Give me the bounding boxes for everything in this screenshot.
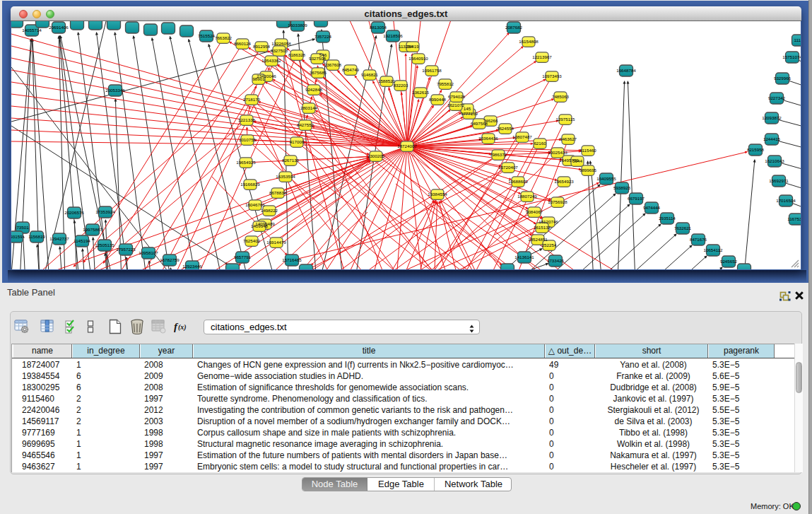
svg-text:9084067: 9084067 <box>526 209 543 214</box>
svg-text:14055714: 14055714 <box>22 28 42 33</box>
svg-text:19654925: 19654925 <box>236 160 256 165</box>
svg-text:1167533: 1167533 <box>787 216 801 221</box>
svg-text:18724007: 18724007 <box>397 144 417 148</box>
svg-text:2087682: 2087682 <box>505 25 523 30</box>
svg-text:20691406: 20691406 <box>49 25 69 30</box>
svg-text:15692971: 15692971 <box>769 178 789 183</box>
svg-text:7485063: 7485063 <box>552 94 570 99</box>
svg-text:9146821: 9146821 <box>361 72 379 77</box>
svg-text:7625402: 7625402 <box>243 238 261 243</box>
svg-text:10958107: 10958107 <box>139 250 158 255</box>
svg-text:12975115: 12975115 <box>555 117 575 122</box>
svg-text:7955812: 7955812 <box>437 81 454 86</box>
svg-text:12093872: 12093872 <box>762 115 782 120</box>
svg-text:10961758: 10961758 <box>422 68 442 73</box>
svg-text:16648784: 16648784 <box>616 68 636 73</box>
svg-text:8912954: 8912954 <box>253 44 271 49</box>
svg-text:10688609: 10688609 <box>508 179 528 184</box>
svg-text:252254: 252254 <box>542 243 557 247</box>
svg-text:2803144: 2803144 <box>300 105 318 110</box>
svg-text:1615132: 1615132 <box>534 225 551 230</box>
svg-text:6497568: 6497568 <box>471 121 488 126</box>
svg-text:9115460: 9115460 <box>579 148 596 153</box>
svg-text:2300205: 2300205 <box>367 153 385 158</box>
svg-text:5944: 5944 <box>572 158 582 163</box>
svg-text:832203: 832203 <box>394 83 408 88</box>
svg-text:12942737: 12942737 <box>49 236 69 241</box>
svg-text:7986372: 7986372 <box>490 152 507 157</box>
svg-text:9657791: 9657791 <box>234 255 252 259</box>
svg-text:9899695: 9899695 <box>579 168 597 173</box>
svg-text:10543362: 10543362 <box>261 58 281 63</box>
svg-text:15720407: 15720407 <box>498 165 518 170</box>
svg-text:145: 145 <box>464 106 471 111</box>
svg-text:1244415: 1244415 <box>763 136 781 141</box>
svg-text:16409555: 16409555 <box>596 176 616 181</box>
svg-text:1112: 1112 <box>794 37 801 42</box>
svg-text:5938923: 5938923 <box>613 185 631 190</box>
svg-text:1409948: 1409948 <box>251 223 269 228</box>
svg-text:1010755: 1010755 <box>239 137 257 142</box>
svg-text:18807249: 18807249 <box>517 194 537 199</box>
svg-text:19218506: 19218506 <box>383 33 403 38</box>
svg-text:8215958: 8215958 <box>747 147 765 152</box>
svg-text:98901: 98901 <box>252 76 265 81</box>
svg-text:10756928: 10756928 <box>548 199 567 204</box>
svg-text:7515524: 7515524 <box>198 33 216 38</box>
svg-text:2367608: 2367608 <box>324 62 342 67</box>
svg-text:1733426: 1733426 <box>547 258 565 263</box>
svg-text:20364436: 20364436 <box>478 136 498 141</box>
svg-text:8427552: 8427552 <box>297 122 314 127</box>
svg-text:9474444: 9474444 <box>643 205 661 210</box>
svg-text:8813054: 8813054 <box>370 25 387 30</box>
svg-text:9327503: 9327503 <box>271 48 288 53</box>
svg-text:1156819: 1156819 <box>28 234 45 239</box>
svg-text:1145194: 1145194 <box>73 238 90 243</box>
svg-text:9329966: 9329966 <box>774 76 792 81</box>
svg-text:15716485: 15716485 <box>282 257 302 262</box>
svg-text:3624554: 3624554 <box>497 126 514 131</box>
svg-text:17353924: 17353924 <box>95 209 115 214</box>
svg-text:(x): (x) <box>178 323 187 332</box>
svg-text:8267130: 8267130 <box>282 158 300 163</box>
svg-text:14136141: 14136141 <box>514 255 534 259</box>
svg-text:19975867: 19975867 <box>83 227 102 232</box>
svg-text:17957225: 17957225 <box>116 247 136 252</box>
svg-text:16782759: 16782759 <box>160 257 180 262</box>
svg-text:12505135: 12505135 <box>95 243 114 247</box>
svg-text:7663822: 7663822 <box>215 35 233 40</box>
svg-text:2718170: 2718170 <box>243 97 261 102</box>
svg-text:8454749: 8454749 <box>342 67 360 72</box>
svg-text:20053346: 20053346 <box>105 88 125 93</box>
svg-text:9227342: 9227342 <box>768 95 786 100</box>
svg-text:1498222: 1498222 <box>261 208 278 213</box>
svg-text:8678834: 8678834 <box>269 190 287 195</box>
svg-text:10973493: 10973493 <box>542 74 562 78</box>
svg-text:12213967: 12213967 <box>532 54 552 59</box>
svg-text:13226058: 13226058 <box>271 41 291 46</box>
svg-text:16210643: 16210643 <box>765 158 784 163</box>
svg-text:8186328: 8186328 <box>288 52 306 57</box>
svg-text:9327508: 9327508 <box>309 56 326 61</box>
svg-text:16046766: 16046766 <box>245 202 265 207</box>
svg-text:16353594: 16353594 <box>276 174 295 179</box>
svg-text:62160: 62160 <box>534 141 546 146</box>
svg-text:20206576: 20206576 <box>64 210 84 215</box>
svg-text:3675685: 3675685 <box>310 70 327 75</box>
svg-text:10654112: 10654112 <box>703 247 723 252</box>
svg-text:7357224: 7357224 <box>314 34 332 39</box>
svg-text:16154808: 16154808 <box>519 39 539 44</box>
svg-text:12923446: 12923446 <box>182 264 202 269</box>
svg-text:1221338: 1221338 <box>238 117 256 122</box>
svg-text:8990448: 8990448 <box>429 97 447 102</box>
svg-text:15751074: 15751074 <box>782 54 801 59</box>
svg-text:417006: 417006 <box>290 139 305 144</box>
svg-text:19166829: 19166829 <box>240 182 260 187</box>
svg-text:2935114: 2935114 <box>659 216 676 221</box>
svg-text:8471676: 8471676 <box>690 237 707 242</box>
svg-text:6794028: 6794028 <box>448 94 466 99</box>
svg-text:7632621: 7632621 <box>674 226 692 230</box>
svg-text:9463627: 9463627 <box>560 136 577 141</box>
svg-text:1362615: 1362615 <box>412 90 430 95</box>
svg-text:1621072: 1621072 <box>447 103 465 107</box>
